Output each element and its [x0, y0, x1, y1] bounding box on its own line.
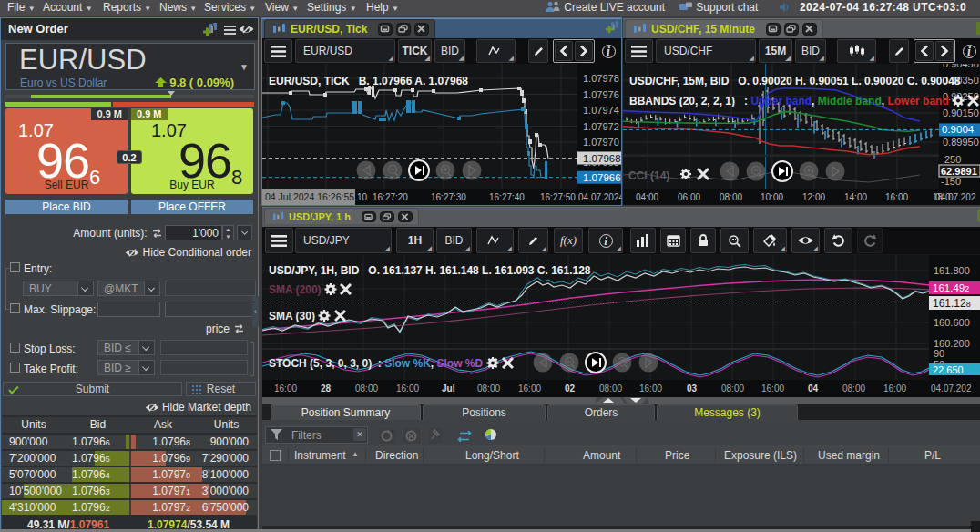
svg-text:03: 03 — [687, 384, 698, 394]
svg-text:-150: -150 — [941, 176, 961, 187]
svg-text:16:00: 16:00 — [396, 384, 419, 394]
svg-text:04.07.202: 04.07.202 — [935, 192, 976, 202]
svg-text:08:00: 08:00 — [720, 192, 742, 202]
svg-text:08:00: 08:00 — [599, 384, 622, 394]
svg-text:1.07974: 1.07974 — [583, 105, 619, 116]
svg-text:0.89950: 0.89950 — [943, 137, 979, 148]
svg-text:1.07976: 1.07976 — [583, 89, 619, 100]
svg-text:04:00: 04:00 — [636, 192, 658, 202]
svg-text:0.90450: 0.90450 — [943, 64, 979, 69]
svg-text:14:00: 14:00 — [844, 192, 867, 202]
svg-text:16:00: 16:00 — [518, 384, 541, 394]
svg-text:04: 04 — [808, 384, 819, 394]
svg-text:0.9004: 0.9004 — [942, 124, 975, 135]
svg-text:28: 28 — [321, 384, 332, 394]
svg-text:04 Jul 2024 16:26:55: 04 Jul 2024 16:26:55 — [265, 191, 354, 202]
svg-text:04.07.2024: 04.07.2024 — [578, 192, 621, 202]
svg-text:0.90150: 0.90150 — [943, 107, 979, 118]
svg-text:1.07970: 1.07970 — [583, 137, 619, 148]
svg-text:62.9891: 62.9891 — [941, 166, 977, 177]
svg-text:08:00: 08:00 — [355, 384, 378, 394]
svg-text:12:00: 12:00 — [802, 192, 825, 202]
svg-text:16:27:40: 16:27:40 — [489, 192, 525, 202]
svg-text:16:00: 16:00 — [274, 384, 297, 394]
svg-text:10:00: 10:00 — [761, 192, 783, 202]
svg-text:16:00: 16:00 — [639, 384, 662, 394]
svg-text:160.600: 160.600 — [934, 317, 970, 328]
svg-text:22.650: 22.650 — [933, 364, 964, 375]
svg-text:16:00: 16:00 — [885, 192, 908, 202]
svg-text:08:00: 08:00 — [477, 384, 500, 394]
svg-text:16:27:20: 16:27:20 — [373, 192, 408, 202]
svg-text:08:00: 08:00 — [721, 384, 744, 394]
svg-text:90: 90 — [934, 348, 944, 359]
svg-text:CCI (14): CCI (14) — [628, 169, 669, 182]
svg-text:16:27:30: 16:27:30 — [431, 192, 466, 202]
svg-text:06:00: 06:00 — [678, 192, 700, 202]
svg-text:04.07.202: 04.07.202 — [931, 384, 972, 394]
svg-text:02: 02 — [565, 384, 576, 394]
svg-text:250: 250 — [944, 154, 961, 165]
svg-text:16:27:50: 16:27:50 — [540, 192, 576, 202]
svg-text:16:00: 16:00 — [761, 384, 784, 394]
svg-text:10: 10 — [357, 192, 368, 202]
svg-text:161.800: 161.800 — [934, 265, 970, 276]
svg-text:1.07966: 1.07966 — [583, 172, 621, 183]
svg-text:161.492: 161.492 — [933, 282, 969, 293]
svg-text:08:00: 08:00 — [842, 384, 865, 394]
svg-text:1.07968: 1.07968 — [583, 153, 621, 164]
svg-text:1.07972: 1.07972 — [583, 121, 619, 132]
svg-text:16:00: 16:00 — [883, 384, 906, 394]
svg-text:1.07978: 1.07978 — [583, 73, 619, 84]
svg-text:161.128: 161.128 — [933, 297, 971, 310]
svg-text:Jul: Jul — [442, 384, 455, 394]
